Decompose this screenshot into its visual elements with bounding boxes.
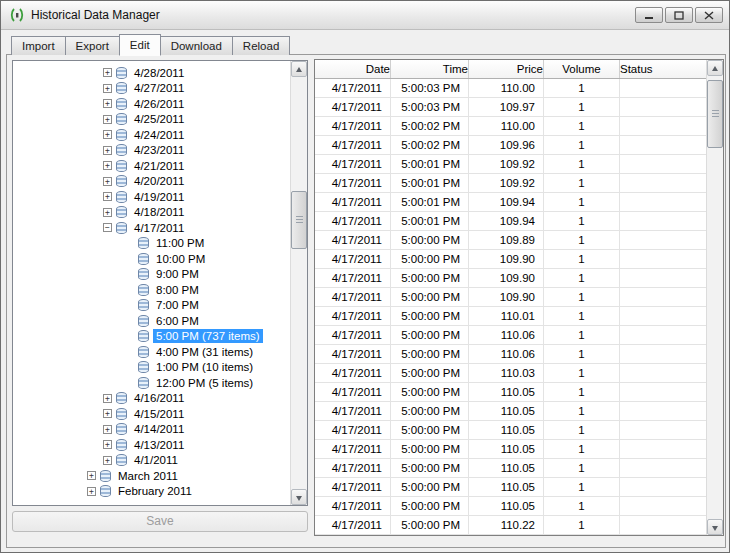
- tree-item[interactable]: + 4/24/2011: [13, 127, 290, 143]
- expander-icon[interactable]: +: [103, 130, 112, 139]
- expander-icon[interactable]: +: [103, 84, 112, 93]
- expander-icon[interactable]: +: [103, 68, 112, 77]
- tree-item[interactable]: + February 2011: [13, 484, 290, 500]
- tree-item[interactable]: + 4/18/2011: [13, 205, 290, 221]
- grid-scrollbar-thumb[interactable]: [707, 80, 723, 148]
- tree-item[interactable]: 7:00 PM: [13, 298, 290, 314]
- expander-icon[interactable]: +: [103, 99, 112, 108]
- table-row[interactable]: 4/17/20115:00:00 PM109.901: [315, 250, 706, 269]
- column-header-time[interactable]: Time: [391, 60, 469, 78]
- tree-item[interactable]: + 4/19/2011: [13, 189, 290, 205]
- table-row[interactable]: 4/17/20115:00:00 PM110.051: [315, 383, 706, 402]
- grid-scrollbar[interactable]: [706, 60, 723, 535]
- grid-body: 4/17/20115:00:03 PM110.0014/17/20115:00:…: [315, 79, 706, 535]
- cell-status: [620, 288, 706, 306]
- tree-item[interactable]: + 4/1/2011: [13, 453, 290, 469]
- cell-volume: 1: [544, 440, 620, 458]
- tab-edit[interactable]: Edit: [119, 34, 161, 56]
- tree-item[interactable]: + 4/28/2011: [13, 65, 290, 81]
- table-row[interactable]: 4/17/20115:00:01 PM109.921: [315, 155, 706, 174]
- column-header-volume[interactable]: Volume: [544, 60, 620, 78]
- table-row[interactable]: 4/17/20115:00:00 PM110.051: [315, 459, 706, 478]
- expander-icon[interactable]: +: [103, 177, 112, 186]
- minimize-button[interactable]: [635, 7, 663, 23]
- tree-item[interactable]: + 4/21/2011: [13, 158, 290, 174]
- table-row[interactable]: 4/17/20115:00:00 PM109.891: [315, 231, 706, 250]
- tree-item[interactable]: 10:00 PM: [13, 251, 290, 267]
- table-row[interactable]: 4/17/20115:00:00 PM110.051: [315, 497, 706, 516]
- cell-date: 4/17/2011: [315, 174, 391, 192]
- expander-icon[interactable]: +: [103, 394, 112, 403]
- tree-item[interactable]: 9:00 PM: [13, 267, 290, 283]
- save-button[interactable]: Save: [12, 511, 308, 532]
- tree-item[interactable]: 8:00 PM: [13, 282, 290, 298]
- tree-item[interactable]: 12:00 PM (5 items): [13, 375, 290, 391]
- table-row[interactable]: 4/17/20115:00:00 PM110.221: [315, 516, 706, 535]
- tree-item[interactable]: 11:00 PM: [13, 236, 290, 252]
- table-row[interactable]: 4/17/20115:00:00 PM109.901: [315, 288, 706, 307]
- expander-icon[interactable]: +: [103, 425, 112, 434]
- expander-icon[interactable]: +: [87, 471, 96, 480]
- expander-icon[interactable]: +: [103, 192, 112, 201]
- tree-scrollbar[interactable]: [290, 61, 307, 505]
- expander-icon[interactable]: +: [103, 146, 112, 155]
- table-row[interactable]: 4/17/20115:00:01 PM109.941: [315, 212, 706, 231]
- column-header-date[interactable]: Date: [315, 60, 391, 78]
- database-icon: [138, 377, 149, 389]
- table-row[interactable]: 4/17/20115:00:02 PM110.001: [315, 117, 706, 136]
- table-row[interactable]: 4/17/20115:00:03 PM109.971: [315, 98, 706, 117]
- table-row[interactable]: 4/17/20115:00:00 PM110.061: [315, 345, 706, 364]
- tree-item[interactable]: + 4/26/2011: [13, 96, 290, 112]
- tree-item[interactable]: 4:00 PM (31 items): [13, 344, 290, 360]
- expander-icon[interactable]: +: [103, 115, 112, 124]
- tab-download[interactable]: Download: [160, 36, 233, 55]
- tree-item[interactable]: + 4/27/2011: [13, 81, 290, 97]
- database-icon: [138, 268, 149, 280]
- table-row[interactable]: 4/17/20115:00:00 PM109.901: [315, 269, 706, 288]
- tree-item[interactable]: + 4/13/2011: [13, 437, 290, 453]
- expander-icon[interactable]: +: [103, 456, 112, 465]
- column-header-status[interactable]: Status: [620, 60, 706, 78]
- tab-import[interactable]: Import: [11, 36, 66, 55]
- tree-item[interactable]: + 4/20/2011: [13, 174, 290, 190]
- table-row[interactable]: 4/17/20115:00:00 PM110.061: [315, 326, 706, 345]
- tree-scrollbar-thumb[interactable]: [291, 191, 307, 249]
- table-row[interactable]: 4/17/20115:00:00 PM110.051: [315, 421, 706, 440]
- expander-icon[interactable]: +: [103, 440, 112, 449]
- scroll-up-icon[interactable]: [707, 60, 723, 76]
- tree-item[interactable]: 5:00 PM (737 items): [13, 329, 290, 345]
- scroll-down-icon[interactable]: [707, 519, 723, 535]
- tree-item[interactable]: + 4/16/2011: [13, 391, 290, 407]
- tree-item[interactable]: 1:00 PM (10 items): [13, 360, 290, 376]
- tree-item[interactable]: + 4/25/2011: [13, 112, 290, 128]
- expander-icon[interactable]: +: [103, 409, 112, 418]
- close-button[interactable]: [695, 7, 723, 23]
- expander-icon[interactable]: −: [103, 223, 112, 232]
- tree-item[interactable]: + 4/14/2011: [13, 422, 290, 438]
- tree-item[interactable]: − 4/17/2011: [13, 220, 290, 236]
- expander-icon[interactable]: +: [103, 161, 112, 170]
- tree-item[interactable]: 6:00 PM: [13, 313, 290, 329]
- column-header-price[interactable]: Price: [469, 60, 544, 78]
- tree-item[interactable]: + March 2011: [13, 468, 290, 484]
- table-row[interactable]: 4/17/20115:00:00 PM110.031: [315, 364, 706, 383]
- table-row[interactable]: 4/17/20115:00:00 PM110.051: [315, 402, 706, 421]
- scroll-down-icon[interactable]: [291, 489, 307, 505]
- tab-export[interactable]: Export: [65, 36, 120, 55]
- tree-item[interactable]: + 4/23/2011: [13, 143, 290, 159]
- table-row[interactable]: 4/17/20115:00:03 PM110.001: [315, 79, 706, 98]
- maximize-button[interactable]: [665, 7, 693, 23]
- table-row[interactable]: 4/17/20115:00:01 PM109.921: [315, 174, 706, 193]
- table-row[interactable]: 4/17/20115:00:00 PM110.051: [315, 478, 706, 497]
- tree-item[interactable]: + 4/15/2011: [13, 406, 290, 422]
- scroll-up-icon[interactable]: [291, 61, 307, 77]
- cell-volume: 1: [544, 497, 620, 515]
- table-row[interactable]: 4/17/20115:00:02 PM109.961: [315, 136, 706, 155]
- tab-reload[interactable]: Reload: [232, 36, 290, 55]
- table-row[interactable]: 4/17/20115:00:01 PM109.941: [315, 193, 706, 212]
- expander-icon[interactable]: +: [103, 208, 112, 217]
- table-row[interactable]: 4/17/20115:00:00 PM110.011: [315, 307, 706, 326]
- expander-icon[interactable]: +: [87, 487, 96, 496]
- table-row[interactable]: 4/17/20115:00:00 PM110.051: [315, 440, 706, 459]
- cell-status: [620, 326, 706, 344]
